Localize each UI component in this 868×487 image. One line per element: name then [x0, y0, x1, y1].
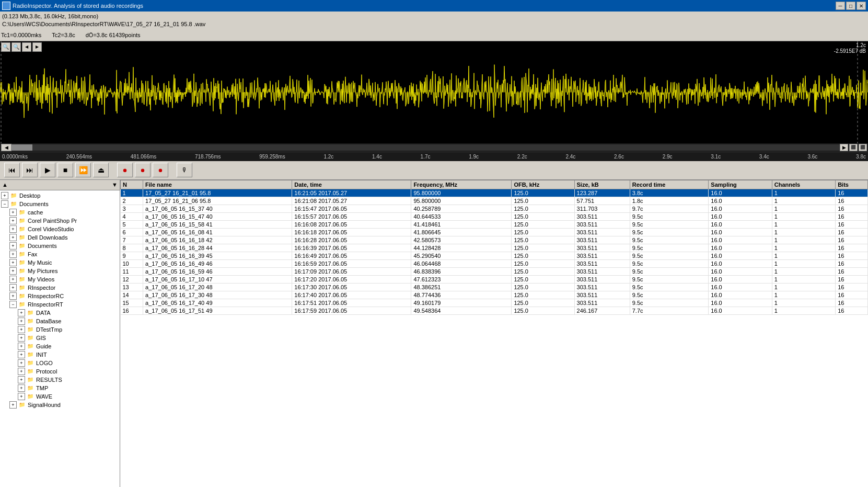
tree-item-documents2[interactable]: +📁Documents — [0, 242, 120, 250]
tree-expand-corelvideo[interactable]: + — [9, 225, 17, 233]
tree-item-fax[interactable]: +📁Fax — [0, 250, 120, 258]
tree-item-documents[interactable]: −📁Documents — [0, 200, 120, 208]
tool3-button[interactable]: ◀ — [22, 42, 31, 52]
tree-item-myvideos[interactable]: +📁My Videos — [0, 275, 120, 284]
tree-expand-dtesttmp[interactable]: + — [18, 326, 25, 333]
tree-expand-rinspectorrc[interactable]: + — [9, 292, 17, 300]
waveform-btn-a[interactable]: ▶ — [840, 144, 848, 151]
tree-item-data[interactable]: +📁DATA — [0, 309, 120, 317]
tree-container[interactable]: +📁Desktop−📁Documents+📁cache+📁Corel Paint… — [0, 190, 120, 487]
tree-item-mymusic[interactable]: +📁My Music — [0, 258, 120, 267]
tree-item-corelvideo[interactable]: +📁Corel VideoStudio — [0, 225, 120, 233]
tree-expand-wave[interactable]: + — [18, 393, 25, 400]
tree-expand-myvideos[interactable]: + — [9, 276, 17, 283]
table-row[interactable]: 117_05_27 16_21_01 95.816:21:05 2017.05.… — [121, 189, 868, 197]
go-start-button[interactable]: ⏮ — [4, 163, 20, 177]
zoom-out-button[interactable]: 🔍 — [11, 42, 21, 52]
waveform-btn-c[interactable]: ⬛ — [859, 144, 867, 151]
minimize-button[interactable]: ─ — [836, 2, 845, 10]
tree-item-results[interactable]: +📁RESULTS — [0, 376, 120, 384]
skip-forward-button[interactable]: ⏩ — [75, 163, 91, 177]
col-sampling[interactable]: Sampling — [709, 180, 772, 189]
table-row[interactable]: 9a_17_06_05 16_16_39 4516:16:49 2017.06.… — [121, 252, 868, 259]
tree-item-rinspector[interactable]: +📁RInspector — [0, 284, 120, 292]
go-end-button[interactable]: ⏭ — [22, 163, 38, 177]
table-row[interactable]: 6a_17_06_05 16_16_08 4116:16:18 2017.06.… — [121, 228, 868, 236]
tree-item-desktop[interactable]: +📁Desktop — [0, 191, 120, 200]
table-row[interactable]: 11a_17_06_05 16_16_59 4616:17:09 2017.06… — [121, 267, 868, 275]
close-button[interactable]: ✕ — [857, 2, 866, 10]
table-row[interactable]: 5a_17_06_05 16_15_58 4116:16:08 2017.06.… — [121, 220, 868, 228]
tree-expand-corelpaintshop[interactable]: + — [9, 217, 17, 224]
col-record-time[interactable]: Record time — [630, 180, 709, 189]
table-row[interactable]: 16a_17_06_05 16_17_51 4916:17:59 2017.06… — [121, 307, 868, 314]
tree-expand-database[interactable]: + — [18, 318, 25, 325]
table-row[interactable]: 4a_17_06_05 16_15_47 4016:15:57 2017.06.… — [121, 212, 868, 220]
tree-nav-down[interactable]: ▼ — [112, 182, 118, 188]
play-button[interactable]: ▶ — [40, 163, 55, 177]
tree-expand-guide[interactable]: + — [18, 343, 25, 350]
stop-button[interactable]: ■ — [57, 163, 73, 177]
tree-expand-cache[interactable]: + — [9, 209, 17, 216]
tree-expand-rinspectorrt[interactable]: − — [9, 301, 17, 308]
maximize-button[interactable]: □ — [846, 2, 855, 10]
mic-button[interactable]: 🎙 — [177, 163, 192, 177]
col-bits[interactable]: Bits — [836, 180, 868, 189]
tree-item-wave[interactable]: +📁WAVE — [0, 392, 120, 401]
record-button-1[interactable]: ⏺ — [117, 163, 133, 177]
file-list-panel[interactable]: NFile nameDate, timeFrequency, MHzOFB, k… — [120, 180, 868, 487]
zoom-in-button[interactable]: 🔍 — [1, 42, 10, 52]
waveform-scroll-track[interactable] — [11, 144, 840, 151]
table-row[interactable]: 12a_17_06_05 16_17_10 4716:17:20 2017.06… — [121, 275, 868, 283]
table-row[interactable]: 13a_17_06_05 16_17_20 4816:17:30 2017.06… — [121, 283, 868, 291]
tree-item-delldownloads[interactable]: +📁Dell Downloads — [0, 233, 120, 242]
tree-item-rinspectorrt[interactable]: −📁RInspectorRT — [0, 300, 120, 309]
tree-item-init[interactable]: +📁INIT — [0, 350, 120, 359]
tree-item-signalhound[interactable]: +📁SignalHound — [0, 401, 120, 409]
table-row[interactable]: 15a_17_06_05 16_17_40 4916:17:51 2017.06… — [121, 299, 868, 307]
tree-item-tmp[interactable]: +📁TMP — [0, 384, 120, 392]
tree-expand-mypictures[interactable]: + — [9, 267, 17, 275]
scroll-left-button[interactable]: ◀ — [1, 144, 11, 151]
tree-item-gis[interactable]: +📁GIS — [0, 334, 120, 342]
col-n[interactable]: N — [121, 180, 143, 189]
tree-item-rinspectorrc[interactable]: +📁RInspectorRC — [0, 292, 120, 300]
waveform-scroll-thumb[interactable] — [11, 144, 32, 151]
col-frequency--mhz[interactable]: Frequency, MHz — [411, 180, 512, 189]
tree-item-guide[interactable]: +📁Guide — [0, 342, 120, 350]
tree-expand-init[interactable]: + — [18, 351, 25, 358]
tree-nav-up[interactable]: ▲ — [2, 182, 8, 188]
tree-expand-protocol[interactable]: + — [18, 368, 25, 375]
tool4-button[interactable]: ▶ — [32, 42, 42, 52]
waveform-btn-b[interactable]: ⬛ — [849, 144, 858, 151]
tree-item-protocol[interactable]: +📁Protocol — [0, 367, 120, 376]
tree-item-corelpaintshop[interactable]: +📁Corel PaintShop Pr — [0, 217, 120, 225]
tree-item-cache[interactable]: +📁cache — [0, 208, 120, 217]
waveform-canvas-container[interactable]: 🔍 🔍 ◀ ▶ 1.2c -2.5915E7 dB — [0, 41, 868, 143]
tree-expand-delldownloads[interactable]: + — [9, 234, 17, 241]
tree-expand-fax[interactable]: + — [9, 251, 17, 258]
tree-item-mypictures[interactable]: +📁My Pictures — [0, 267, 120, 275]
table-row[interactable]: 8a_17_06_05 16_16_28 4416:16:39 2017.06.… — [121, 244, 868, 252]
tree-expand-documents[interactable]: − — [1, 200, 8, 208]
record-button-2[interactable]: ⏺ — [135, 163, 151, 177]
tree-expand-documents2[interactable]: + — [9, 242, 17, 250]
table-row[interactable]: 217_05_27 16_21_06 95.816:21:08 2017.05.… — [121, 197, 868, 205]
tree-expand-logo[interactable]: + — [18, 359, 25, 367]
col-file-name[interactable]: File name — [143, 180, 292, 189]
waveform-scrollbar[interactable]: ◀ ▶ ⬛ ⬛ — [0, 143, 868, 152]
tree-expand-gis[interactable]: + — [18, 334, 25, 342]
tree-expand-tmp[interactable]: + — [18, 384, 25, 392]
waveform-canvas[interactable] — [0, 41, 868, 143]
col-size--kb[interactable]: Size, kB — [574, 180, 630, 189]
table-row[interactable]: 3a_17_06_05 16_15_37 4016:15:47 2017.06.… — [121, 205, 868, 212]
tree-item-dtesttmp[interactable]: +📁DTestTmp — [0, 325, 120, 334]
col-channels[interactable]: Channels — [772, 180, 835, 189]
col-ofb--khz[interactable]: OFB, kHz — [512, 180, 574, 189]
table-row[interactable]: 10a_17_06_05 16_16_49 4616:16:59 2017.06… — [121, 259, 868, 267]
tree-expand-results[interactable]: + — [18, 376, 25, 383]
tree-item-database[interactable]: +📁DataBase — [0, 317, 120, 325]
record-button-3[interactable]: ⏺ — [153, 163, 168, 177]
table-row[interactable]: 14a_17_06_05 16_17_30 4816:17:40 2017.06… — [121, 291, 868, 299]
tree-item-logo[interactable]: +📁LOGO — [0, 359, 120, 367]
